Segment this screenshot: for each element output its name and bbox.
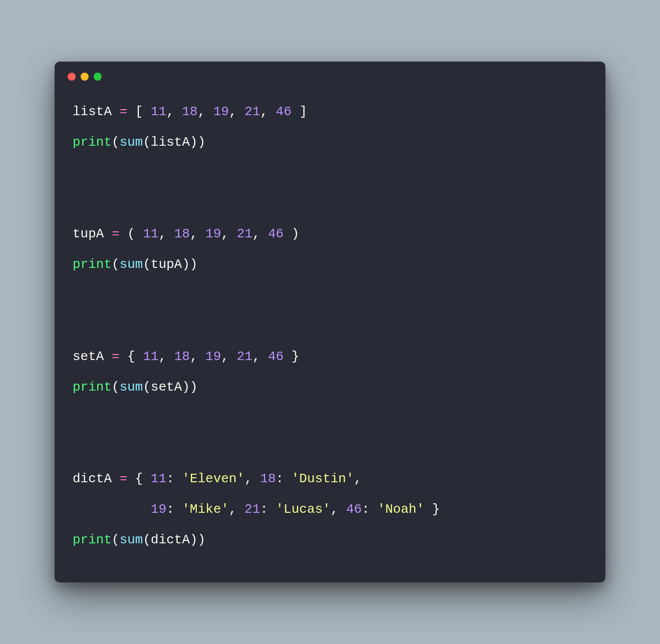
paren-close: ) xyxy=(190,257,198,272)
colon: : xyxy=(166,502,174,517)
identifier: tupA xyxy=(73,226,104,241)
builtin-print: print xyxy=(73,257,112,272)
comma: , xyxy=(244,471,252,486)
number: 19 xyxy=(205,226,221,241)
dict-key: 46 xyxy=(346,502,362,517)
comma: , xyxy=(198,104,206,119)
code-line-setA: setA = { 11, 18, 19, 21, 46 } xyxy=(73,349,299,364)
code-line-print-setA: print(sum(setA)) xyxy=(73,380,198,395)
dict-key: 19 xyxy=(151,502,166,517)
string: 'Mike' xyxy=(182,502,229,517)
brace-open: { xyxy=(127,349,135,364)
operator: = xyxy=(112,226,120,241)
number: 11 xyxy=(143,226,158,241)
number: 21 xyxy=(237,349,252,364)
identifier: dictA xyxy=(151,532,190,547)
code-line-listA: listA = [ 11, 18, 19, 21, 46 ] xyxy=(73,104,307,119)
comma: , xyxy=(221,226,229,241)
colon: : xyxy=(166,471,174,486)
string: 'Lucas' xyxy=(276,502,331,517)
close-icon[interactable] xyxy=(68,73,76,81)
paren-open: ( xyxy=(143,135,151,150)
identifier: setA xyxy=(151,380,182,395)
number: 19 xyxy=(205,349,221,364)
paren-close: ) xyxy=(190,135,198,150)
builtin-sum: sum xyxy=(120,380,143,395)
identifier: dictA xyxy=(73,471,112,486)
code-window: listA = [ 11, 18, 19, 21, 46 ] print(sum… xyxy=(55,62,605,582)
paren-close: ) xyxy=(190,532,198,547)
builtin-print: print xyxy=(73,135,112,150)
comma: , xyxy=(166,104,174,119)
operator: = xyxy=(120,471,128,486)
comma: , xyxy=(221,349,229,364)
number: 18 xyxy=(174,349,190,364)
comma: , xyxy=(229,104,237,119)
paren-open: ( xyxy=(112,135,120,150)
comma: , xyxy=(252,349,260,364)
minimize-icon[interactable] xyxy=(81,73,89,81)
brace-close: } xyxy=(291,349,299,364)
dict-key: 21 xyxy=(244,502,260,517)
number: 18 xyxy=(174,226,190,241)
paren-open: ( xyxy=(143,532,151,547)
paren-close: ) xyxy=(198,532,206,547)
comma: , xyxy=(190,226,198,241)
identifier: setA xyxy=(73,349,104,364)
builtin-print: print xyxy=(73,532,112,547)
colon: : xyxy=(362,502,370,517)
number: 18 xyxy=(182,104,198,119)
number: 46 xyxy=(268,349,283,364)
zoom-icon[interactable] xyxy=(94,73,102,81)
comma: , xyxy=(252,226,260,241)
number: 11 xyxy=(151,104,166,119)
string: 'Noah' xyxy=(378,502,425,517)
comma: , xyxy=(229,502,237,517)
string: 'Eleven' xyxy=(182,471,245,486)
paren-close: ) xyxy=(291,226,299,241)
code-line-print-listA: print(sum(listA)) xyxy=(73,135,205,150)
paren-open: ( xyxy=(112,257,120,272)
paren-close: ) xyxy=(182,257,190,272)
comma: , xyxy=(159,349,167,364)
bracket-open: [ xyxy=(135,104,143,119)
string: 'Dustin' xyxy=(291,471,354,486)
number: 11 xyxy=(143,349,158,364)
code-line-print-dictA: print(sum(dictA)) xyxy=(73,532,205,547)
paren-open: ( xyxy=(112,380,120,395)
indent xyxy=(73,502,151,517)
paren-close: ) xyxy=(182,380,190,395)
code-line-dictA-2: 19: 'Mike', 21: 'Lucas', 46: 'Noah' } xyxy=(73,502,440,517)
code-line-dictA-1: dictA = { 11: 'Eleven', 18: 'Dustin', xyxy=(73,471,362,486)
dict-key: 11 xyxy=(151,471,166,486)
builtin-print: print xyxy=(73,380,112,395)
paren-open: ( xyxy=(112,532,120,547)
builtin-sum: sum xyxy=(120,257,143,272)
comma: , xyxy=(190,349,198,364)
number: 19 xyxy=(213,104,229,119)
identifier: listA xyxy=(151,135,190,150)
comma: , xyxy=(260,104,268,119)
bracket-close: ] xyxy=(299,104,307,119)
comma: , xyxy=(354,471,362,486)
builtin-sum: sum xyxy=(120,135,143,150)
number: 21 xyxy=(237,226,252,241)
number: 21 xyxy=(244,104,260,119)
paren-close: ) xyxy=(190,380,198,395)
operator: = xyxy=(112,349,120,364)
paren-open: ( xyxy=(127,226,135,241)
code-block: listA = [ 11, 18, 19, 21, 46 ] print(sum… xyxy=(55,85,605,567)
colon: : xyxy=(260,502,268,517)
number: 46 xyxy=(276,104,291,119)
paren-open: ( xyxy=(143,380,151,395)
comma: , xyxy=(331,502,339,517)
window-titlebar xyxy=(55,62,605,85)
brace-open: { xyxy=(135,471,143,486)
brace-close: } xyxy=(432,502,440,517)
paren-close: ) xyxy=(198,135,206,150)
paren-open: ( xyxy=(143,257,151,272)
operator: = xyxy=(120,104,128,119)
colon: : xyxy=(276,471,284,486)
dict-key: 18 xyxy=(260,471,276,486)
code-line-tupA: tupA = ( 11, 18, 19, 21, 46 ) xyxy=(73,226,299,241)
